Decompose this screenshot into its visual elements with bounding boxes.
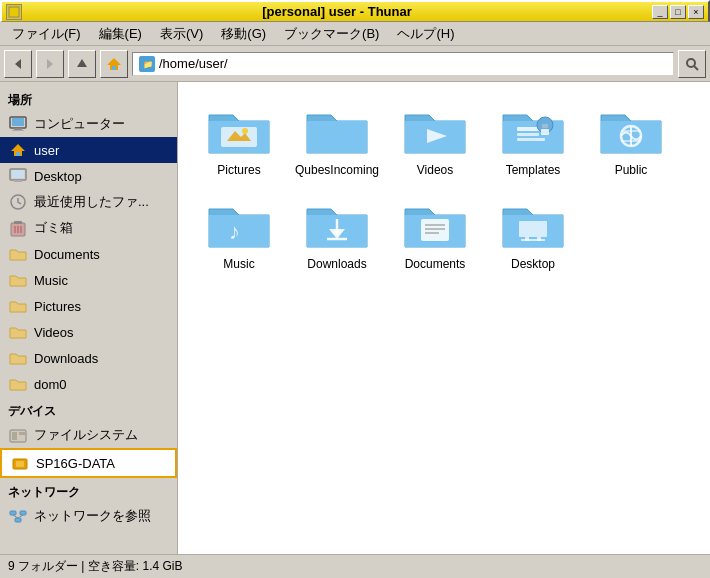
folder-music-large-icon: ♪	[207, 197, 271, 253]
back-button[interactable]	[4, 50, 32, 78]
sidebar-item-pictures[interactable]: Pictures	[0, 293, 177, 319]
menu-help[interactable]: ヘルプ(H)	[389, 23, 462, 45]
svg-rect-27	[12, 432, 17, 440]
sidebar-label-documents: Documents	[34, 247, 100, 262]
menu-file[interactable]: ファイル(F)	[4, 23, 89, 45]
svg-rect-6	[112, 66, 116, 70]
minimize-button[interactable]: _	[652, 5, 668, 19]
menu-view[interactable]: 表示(V)	[152, 23, 211, 45]
user-home-icon	[8, 140, 28, 160]
menu-bookmarks[interactable]: ブックマーク(B)	[276, 23, 387, 45]
sidebar-item-videos[interactable]: Videos	[0, 319, 177, 345]
file-item-public[interactable]: Public	[586, 98, 676, 184]
file-item-downloads[interactable]: Downloads	[292, 192, 382, 278]
sidebar-item-dom0[interactable]: dom0	[0, 371, 177, 397]
svg-rect-30	[16, 461, 24, 467]
svg-line-34	[13, 515, 18, 518]
file-label-music: Music	[223, 257, 254, 273]
svg-rect-42	[517, 138, 545, 141]
svg-rect-22	[14, 221, 22, 224]
sidebar-label-pictures: Pictures	[34, 299, 81, 314]
sidebar-item-network[interactable]: ネットワークを参照	[0, 503, 177, 529]
file-label-qubesincoming: QubesIncoming	[295, 163, 379, 179]
file-item-qubesincoming[interactable]: QubesIncoming	[292, 98, 382, 184]
menubar: ファイル(F) 編集(E) 表示(V) 移動(G) ブックマーク(B) ヘルプ(…	[0, 22, 710, 46]
svg-marker-2	[15, 59, 21, 69]
svg-rect-31	[10, 511, 16, 515]
folder-videos-large-icon	[403, 103, 467, 159]
sidebar-item-music[interactable]: Music	[0, 267, 177, 293]
folder-public-large-icon	[599, 103, 663, 159]
window-title: [personal] user - Thunar	[22, 4, 652, 19]
sidebar-label-filesystem: ファイルシステム	[34, 426, 138, 444]
sidebar-label-videos: Videos	[34, 325, 74, 340]
svg-point-38	[242, 128, 248, 134]
computer-icon	[8, 114, 28, 134]
file-item-documents[interactable]: Documents	[390, 192, 480, 278]
svg-rect-33	[15, 518, 21, 522]
section-network: ネットワーク	[0, 478, 177, 503]
menu-go[interactable]: 移動(G)	[213, 23, 274, 45]
statusbar: 9 フォルダー | 空き容量: 1.4 GiB	[0, 554, 710, 578]
svg-rect-62	[521, 239, 545, 241]
file-label-pictures: Pictures	[217, 163, 260, 179]
sidebar-label-trash: ゴミ箱	[34, 219, 73, 237]
svg-rect-41	[517, 133, 539, 136]
sidebar-item-user[interactable]: user	[0, 137, 177, 163]
sidebar-item-trash[interactable]: ゴミ箱	[0, 215, 177, 241]
sidebar-label-computer: コンピューター	[34, 115, 125, 133]
sidebar-label-recent: 最近使用したファ...	[34, 193, 149, 211]
folder-pictures-icon	[8, 296, 28, 316]
sidebar-label-dom0: dom0	[34, 377, 67, 392]
sidebar-item-documents[interactable]: Documents	[0, 241, 177, 267]
file-label-desktop: Desktop	[511, 257, 555, 273]
file-label-downloads: Downloads	[307, 257, 366, 273]
folder-desktop-large-icon	[501, 197, 565, 253]
svg-rect-59	[519, 221, 547, 237]
sidebar-item-recent[interactable]: 最近使用したファ...	[0, 189, 177, 215]
up-button[interactable]	[68, 50, 96, 78]
svg-rect-18	[12, 170, 24, 178]
svg-line-10	[694, 66, 698, 70]
sidebar-item-downloads[interactable]: Downloads	[0, 345, 177, 371]
folder-qubesincoming-icon	[305, 103, 369, 159]
file-item-videos[interactable]: Videos	[390, 98, 480, 184]
sidebar-item-filesystem[interactable]: ファイルシステム	[0, 422, 177, 448]
svg-rect-13	[14, 128, 22, 130]
home-button[interactable]	[100, 50, 128, 78]
forward-icon	[43, 57, 57, 71]
svg-rect-14	[12, 130, 24, 131]
svg-rect-19	[14, 180, 22, 182]
forward-button[interactable]	[36, 50, 64, 78]
menu-edit[interactable]: 編集(E)	[91, 23, 150, 45]
sidebar-item-computer[interactable]: コンピューター	[0, 111, 177, 137]
up-icon	[75, 57, 89, 71]
file-item-desktop[interactable]: Desktop	[488, 192, 578, 278]
folder-dom0-icon	[8, 374, 28, 394]
file-item-music[interactable]: ♪ Music	[194, 192, 284, 278]
section-devices: デバイス	[0, 397, 177, 422]
address-bar[interactable]: 📁	[132, 52, 674, 76]
file-item-templates[interactable]: Templates	[488, 98, 578, 184]
svg-marker-4	[77, 59, 87, 67]
window-buttons: _ □ ×	[652, 5, 704, 19]
file-item-pictures[interactable]: Pictures	[194, 98, 284, 184]
svg-rect-28	[19, 432, 25, 435]
address-input[interactable]	[159, 56, 667, 71]
sidebar-label-downloads: Downloads	[34, 351, 98, 366]
sidebar-label-user: user	[34, 143, 59, 158]
main-area: 場所 コンピューター user Desktop	[0, 82, 710, 554]
status-text: 9 フォルダー | 空き容量: 1.4 GiB	[8, 558, 182, 575]
network-icon	[8, 506, 28, 526]
file-label-public: Public	[615, 163, 648, 179]
svg-rect-32	[20, 511, 26, 515]
svg-rect-12	[12, 118, 24, 126]
folder-videos-icon	[8, 322, 28, 342]
maximize-button[interactable]: □	[670, 5, 686, 19]
app-icon	[6, 4, 22, 20]
sidebar-label-desktop: Desktop	[34, 169, 82, 184]
close-button[interactable]: ×	[688, 5, 704, 19]
sidebar-item-sp16g[interactable]: SP16G-DATA	[0, 448, 177, 478]
search-button[interactable]	[678, 50, 706, 78]
sidebar-item-desktop[interactable]: Desktop	[0, 163, 177, 189]
